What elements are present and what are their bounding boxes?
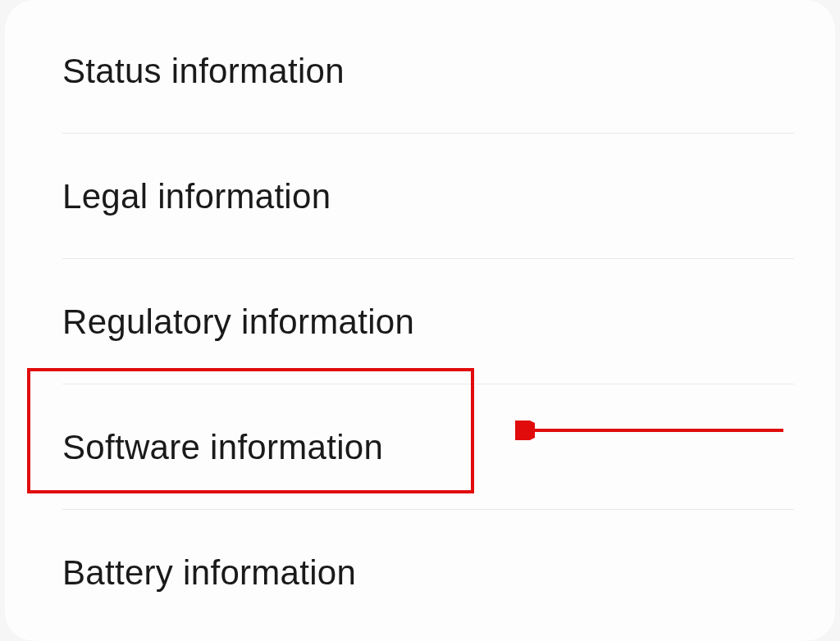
list-item-label: Software information	[62, 428, 383, 467]
list-item-label: Battery information	[62, 553, 356, 593]
list-item-label: Regulatory information	[62, 302, 414, 342]
list-item-label: Status information	[62, 52, 345, 91]
settings-list-card: Status information Legal information Reg…	[5, 0, 835, 641]
list-item-status-information[interactable]: Status information	[5, 8, 835, 134]
list-item-legal-information[interactable]: Legal information	[5, 134, 835, 259]
list-item-regulatory-information[interactable]: Regulatory information	[5, 259, 835, 384]
list-item-battery-information[interactable]: Battery information	[5, 510, 835, 635]
list-item-software-information[interactable]: Software information	[5, 384, 835, 510]
list-item-label: Legal information	[62, 177, 331, 216]
